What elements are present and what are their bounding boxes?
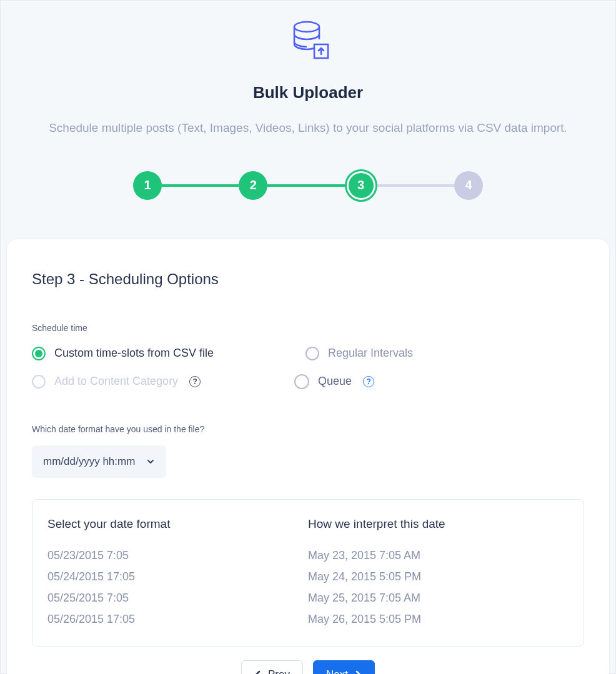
preview-left-title: Select your date format xyxy=(47,517,308,531)
next-label: Next xyxy=(326,668,348,674)
prev-label: Prev xyxy=(268,668,290,674)
preview-left-column: Select your date format 05/23/2015 7:05 … xyxy=(47,517,308,630)
preview-raw-row: 05/25/2015 7:05 xyxy=(47,587,308,608)
page-title: Bulk Uploader xyxy=(19,83,597,102)
schedule-time-label: Schedule time xyxy=(32,323,584,333)
preview-interpreted-row: May 26, 2015 5:05 PM xyxy=(308,608,569,630)
stepper: 1 2 3 4 xyxy=(133,169,483,202)
date-format-question: Which date format have you used in the f… xyxy=(32,424,584,434)
help-icon[interactable]: ? xyxy=(189,376,201,387)
preview-interpreted-row: May 24, 2015 5:05 PM xyxy=(308,566,569,587)
svg-point-0 xyxy=(294,22,319,32)
radio-label: Add to Content Category xyxy=(54,375,178,388)
step-1[interactable]: 1 xyxy=(133,171,162,200)
preview-right-column: How we interpret this date May 23, 2015 … xyxy=(308,517,569,630)
step-2[interactable]: 2 xyxy=(239,171,267,200)
step-4: 4 xyxy=(454,171,483,200)
chevron-down-icon xyxy=(146,457,155,466)
radio-indicator-icon xyxy=(294,374,309,389)
step-connector xyxy=(162,184,239,187)
radio-label: Regular Intervals xyxy=(328,347,413,360)
header: Bulk Uploader Schedule multiple posts (T… xyxy=(1,1,615,202)
bulk-upload-icon xyxy=(19,18,597,63)
radio-label: Custom time-slots from CSV file xyxy=(54,347,214,360)
radio-label: Queue xyxy=(318,375,352,388)
preview-raw-row: 05/24/2015 17:05 xyxy=(47,566,308,587)
step-connector xyxy=(377,184,454,187)
date-format-select[interactable]: mm/dd/yyyy hh:mm xyxy=(32,445,166,478)
help-icon[interactable]: ? xyxy=(363,376,374,387)
radio-queue[interactable]: Queue ? xyxy=(294,374,584,389)
chevron-left-icon xyxy=(254,670,262,674)
preview-right-title: How we interpret this date xyxy=(308,517,569,531)
radio-regular-intervals[interactable]: Regular Intervals xyxy=(306,347,584,360)
chevron-right-icon xyxy=(354,670,362,674)
step-connector xyxy=(267,184,344,187)
preview-raw-row: 05/26/2015 17:05 xyxy=(47,608,308,630)
preview-raw-row: 05/23/2015 7:05 xyxy=(47,545,308,566)
step-3-current[interactable]: 3 xyxy=(345,169,377,202)
radio-indicator-icon xyxy=(306,347,319,360)
radio-content-category[interactable]: Add to Content Category ? xyxy=(32,374,263,389)
prev-button[interactable]: Prev xyxy=(241,660,303,674)
date-format-value: mm/dd/yyyy hh:mm xyxy=(43,455,135,468)
wizard-nav: Prev Next xyxy=(32,660,584,674)
page-container: Bulk Uploader Schedule multiple posts (T… xyxy=(0,0,616,674)
step-heading: Step 3 - Scheduling Options xyxy=(32,270,584,288)
preview-interpreted-row: May 25, 2015 7:05 AM xyxy=(308,587,569,608)
radio-indicator-selected-icon xyxy=(32,347,46,360)
radio-indicator-icon xyxy=(32,375,46,389)
preview-interpreted-row: May 23, 2015 7:05 AM xyxy=(308,545,569,566)
schedule-radio-group: Custom time-slots from CSV file Regular … xyxy=(32,347,584,389)
step-card: Step 3 - Scheduling Options Schedule tim… xyxy=(7,239,609,674)
date-format-preview: Select your date format 05/23/2015 7:05 … xyxy=(32,499,584,647)
next-button[interactable]: Next xyxy=(313,660,375,674)
page-subtitle: Schedule multiple posts (Text, Images, V… xyxy=(19,120,597,137)
radio-custom-csv[interactable]: Custom time-slots from CSV file xyxy=(32,347,263,360)
